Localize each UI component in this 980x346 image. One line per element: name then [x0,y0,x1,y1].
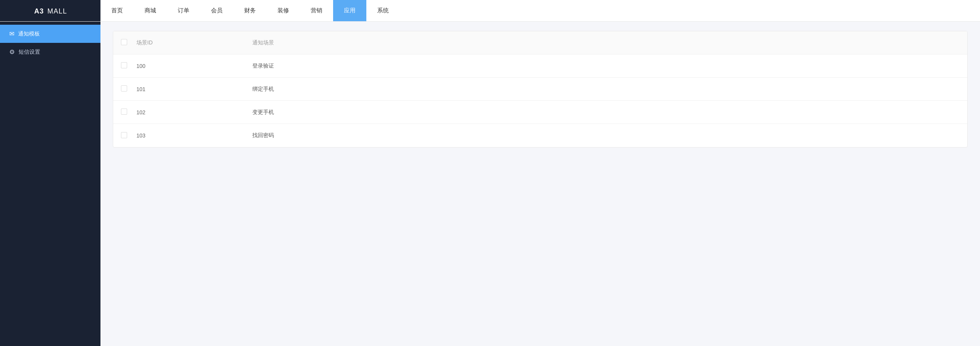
nav-item-decor[interactable]: 装修 [267,0,300,21]
scene-id-101: 101 [136,86,252,92]
header-checkbox-col [121,39,136,46]
sidebar: ✉ 通知模板 ⚙ 短信设置 [0,22,100,346]
row-checkbox-103[interactable] [121,132,127,138]
nav-item-member[interactable]: 会员 [200,0,233,21]
sidebar-item-notification-template[interactable]: ✉ 通知模板 [0,25,100,43]
data-table: 场景ID 通知场景 100 登录验证 101 绑定手机 [113,31,968,148]
scene-name-102: 变更手机 [252,109,960,116]
logo-area: A3 MALL [0,0,100,21]
scene-id-103: 103 [136,132,252,139]
scene-name-103: 找回密码 [252,132,960,139]
row-checkbox-102[interactable] [121,109,127,115]
sidebar-item-label: 短信设置 [19,49,40,56]
row-checkbox-col [121,109,136,116]
logo: A3 MALL [33,6,67,16]
top-nav: A3 MALL 首页 商城 订单 会员 财务 装修 营销 应用 系统 [0,0,980,22]
table-row: 100 登录验证 [113,54,967,78]
nav-item-order[interactable]: 订单 [167,0,200,21]
nav-menu: 首页 商城 订单 会员 财务 装修 营销 应用 系统 [100,0,980,21]
logo-light: MALL [48,7,67,15]
logo-bold: A3 [34,7,44,15]
sidebar-item-sms-settings[interactable]: ⚙ 短信设置 [0,43,100,61]
row-checkbox-100[interactable] [121,62,127,68]
nav-item-home[interactable]: 首页 [100,0,134,21]
nav-item-system[interactable]: 系统 [366,0,400,21]
scene-id-100: 100 [136,63,252,69]
table-header-row: 场景ID 通知场景 [113,31,967,54]
scene-id-102: 102 [136,109,252,115]
sidebar-item-label: 通知模板 [18,31,40,37]
nav-item-finance[interactable]: 财务 [233,0,267,21]
gear-icon: ⚙ [9,48,15,56]
table-row: 102 变更手机 [113,101,967,124]
row-checkbox-col [121,85,136,93]
scene-name-100: 登录验证 [252,63,960,70]
main-layout: ✉ 通知模板 ⚙ 短信设置 场景ID 通知场景 100 [0,22,980,346]
nav-item-app[interactable]: 应用 [333,0,366,21]
table-row: 103 找回密码 [113,124,967,147]
scene-name-101: 绑定手机 [252,86,960,93]
nav-item-marketing[interactable]: 营销 [300,0,333,21]
row-checkbox-col [121,132,136,139]
select-all-checkbox[interactable] [121,39,127,45]
row-checkbox-col [121,62,136,70]
row-checkbox-101[interactable] [121,85,127,92]
table-row: 101 绑定手机 [113,78,967,101]
header-notify-scene: 通知场景 [252,39,960,46]
content-area: 场景ID 通知场景 100 登录验证 101 绑定手机 [100,22,980,346]
envelope-icon: ✉ [9,30,14,37]
header-scene-id: 场景ID [136,39,252,46]
nav-item-shop[interactable]: 商城 [134,0,167,21]
